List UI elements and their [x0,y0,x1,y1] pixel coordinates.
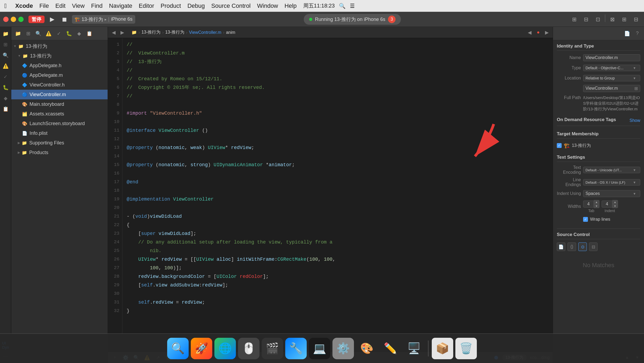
tree-item-main-storyboard[interactable]: 🎨 Main.storyboard [11,99,108,109]
debug-toggle[interactable]: ⊞ [619,14,629,24]
menu-help[interactable]: Help [284,2,297,9]
navigator-toggle[interactable]: ⊞ [569,14,579,24]
menu-source-control[interactable]: Source Control [211,2,251,9]
nav-debug-icon[interactable]: 🐛 [64,29,74,38]
tree-item-viewcontroller-h[interactable]: 🔷 ViewController.h [11,80,108,90]
nav-search-icon[interactable]: 🔍 [34,29,43,38]
dock-launchpad[interactable]: 🚀 [191,338,212,359]
dock-pencil[interactable]: ✏️ [380,338,401,359]
tab-increment[interactable]: ▲ [594,200,599,204]
menu-view[interactable]: View [72,2,85,9]
sidebar-icon-reports[interactable]: 📋 [1,104,10,114]
dock-sketch[interactable]: 🎨 [356,338,378,359]
encoding-dropdown-icon[interactable]: ▾ [634,168,638,172]
dock-xcode[interactable]: 🔧 [285,338,307,359]
dock-finder[interactable]: 🔍 [167,338,189,359]
sidebar-icon-tests[interactable]: ✓ [1,72,10,82]
minimize-button[interactable] [11,17,16,22]
line-endings-dropdown-icon[interactable]: ▾ [634,180,638,184]
inspector-toggle[interactable]: ⊠ [608,14,617,24]
layout-toggle-1[interactable]: ⊟ [581,14,591,24]
dock-mouse[interactable]: 🖱️ [238,338,259,359]
show-button[interactable]: Show [630,118,640,123]
menu-navigate[interactable]: Navigate [109,2,132,9]
indent-stepper[interactable]: 4 ▲ ▼ [602,200,618,208]
search-icon[interactable]: 🔍 [339,3,346,9]
menu-edit[interactable]: Edit [55,2,65,9]
editor-nav-next[interactable]: ▶ [543,29,551,36]
code-content[interactable]: // // ViewController.m // 13-推行为 // // C… [122,38,553,352]
error-badge[interactable]: 3 [388,16,396,23]
inspector-quick-help-icon[interactable]: ? [633,29,642,38]
nav-warning-icon[interactable]: ⚠️ [44,29,53,38]
dock-safari[interactable]: 🌐 [214,338,236,359]
menu-debug[interactable]: Debug [187,2,205,9]
target-checkbox[interactable]: ✓ [557,143,562,148]
editor-nav-prev[interactable]: ◀ [526,29,533,36]
indent-stepper-buttons[interactable]: ▲ ▼ [612,200,618,208]
nav-back-button[interactable]: ◀ [110,29,118,36]
nav-test-icon[interactable]: ✓ [54,29,63,38]
stop-run-button[interactable]: ◼ [60,14,69,24]
breadcrumb-scheme[interactable]: 13-推行为 [141,30,160,35]
indent-decrement[interactable]: ▼ [612,204,618,208]
sc-icon-history[interactable]: ⊟ [589,242,598,251]
dock-monitor[interactable]: 🖥️ [403,338,425,359]
sidebar-icon-search[interactable]: 🔍 [1,50,10,60]
sc-icon-commit[interactable]: ⊙ [578,242,587,251]
tab-stepper[interactable]: 4 ▲ ▼ [583,200,599,208]
sc-icon-diff[interactable]: {} [568,242,576,251]
apple-logo[interactable]:  [4,2,7,10]
dock-settings[interactable]: ⚙️ [332,338,354,359]
nav-report-icon[interactable]: 📋 [85,29,94,38]
menu-xcode[interactable]: Xcode [15,2,33,9]
sidebar-icon-debug[interactable]: 🐛 [1,83,10,92]
text-encoding-value[interactable]: Default - Unicode (UT... ▾ [583,167,640,173]
breadcrumb-file[interactable]: ViewController.m [189,30,221,35]
menu-find[interactable]: Find [91,2,103,9]
type-dropdown-icon[interactable]: ▾ [634,66,638,70]
wrap-lines-checkbox[interactable]: ✓ [583,217,588,222]
menu-editor[interactable]: Editor [139,2,154,9]
sidebar-icon-symbols[interactable]: ⊞ [1,40,10,49]
maximize-button[interactable] [18,17,24,22]
tree-item-viewcontroller-m[interactable]: 🔵 ViewController.m [11,90,108,99]
file-value-field[interactable]: ViewController.m ⊞ [583,85,640,92]
sidebar-icon-breakpoints[interactable]: ◆ [1,93,10,103]
file-reveal-icon[interactable]: ⊞ [634,86,638,91]
editor-error-indicator[interactable]: ● [535,29,542,36]
tree-item-root[interactable]: ▼ 📁 13-推行为 [11,41,108,51]
sidebar-icon-warnings[interactable]: ⚠️ [1,61,10,71]
layout-toggle-2[interactable]: ⊡ [593,14,603,24]
dock-misc-2[interactable]: 🗑️ [455,338,477,359]
breadcrumb-folder[interactable]: 13-推行为 [165,30,184,35]
tree-item-launchscreen[interactable]: 🎨 LaunchScreen.storyboard [11,119,108,128]
breadcrumb-symbol[interactable]: anim [226,30,235,35]
nav-folder-icon[interactable]: 📁 [13,29,23,38]
type-value-field[interactable]: Default - Objective-C... ▾ [583,65,640,71]
tree-item-subfolder[interactable]: ▼ 📁 13-推行为 [11,51,108,61]
menu-file[interactable]: File [39,2,49,9]
indent-using-value[interactable]: Spaces ▾ [583,190,640,197]
dock-movie[interactable]: 🎬 [262,338,283,359]
close-button[interactable] [3,17,9,22]
run-button[interactable]: ▶ [47,14,57,24]
location-dropdown-icon[interactable]: ▾ [634,76,638,80]
code-editor[interactable]: 12345 678910 1112131415 1617181920 21222… [108,38,553,352]
indent-dropdown-icon[interactable]: ▾ [634,191,638,196]
utilities-toggle[interactable]: ⊟ [631,14,641,24]
line-endings-value[interactable]: Default - OS X / Unix (LF) ▾ [583,179,640,186]
nav-forward-button[interactable]: ▶ [119,29,126,36]
sc-icon-file[interactable]: 📄 [557,242,565,251]
indent-increment[interactable]: ▲ [612,200,618,204]
tab-stepper-buttons[interactable]: ▲ ▼ [594,200,599,208]
breadcrumb-part-1[interactable]: 📁 [131,30,137,35]
name-value-field[interactable]: ViewController.m [583,54,640,61]
location-value-field[interactable]: Relative to Group ▾ [583,75,640,81]
tree-item-infoplist[interactable]: 📄 Info.plist [11,128,108,138]
stop-button[interactable]: 暂停 [28,16,45,23]
menu-product[interactable]: Product [161,2,181,9]
tree-item-appdelegate-m[interactable]: 🔵 AppDelegate.m [11,70,108,80]
dock-misc-1[interactable]: 📦 [432,338,453,359]
menu-window[interactable]: Window [257,2,278,9]
